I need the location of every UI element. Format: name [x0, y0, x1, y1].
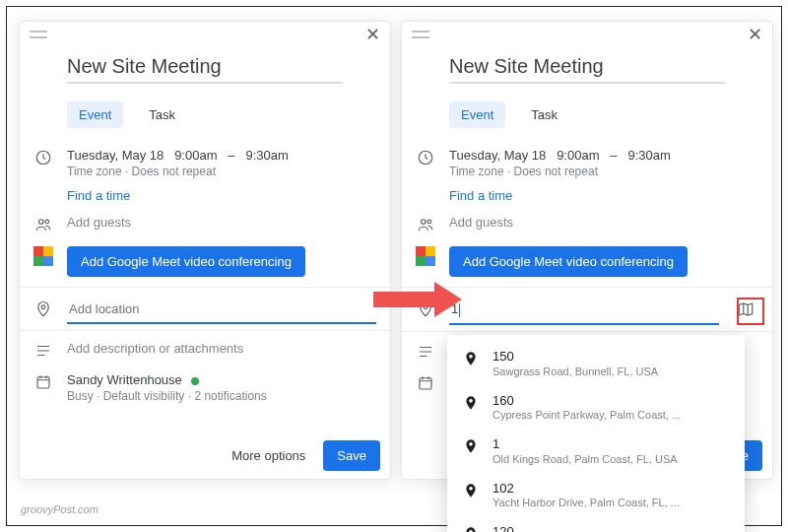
tab-task[interactable]: Task [137, 101, 187, 128]
event-start-time[interactable]: 9:00am [557, 148, 599, 163]
location-suggestion[interactable]: 120Garden Street North, Palm Coast, FL, … [447, 516, 745, 532]
add-description-field[interactable]: Add description or attachments [67, 341, 243, 356]
location-input[interactable] [67, 294, 376, 324]
location-autocomplete-dropdown: 150Sawgrass Road, Bunnell, FL, USA160Cyp… [447, 335, 745, 532]
svg-point-3 [41, 304, 45, 308]
map-icon-highlight [737, 298, 764, 325]
pin-icon [463, 395, 479, 411]
event-dialog-after: ✕ New Site Meeting Event Task Tuesday, M… [401, 21, 773, 480]
find-a-time-link[interactable]: Find a time [449, 188, 512, 203]
more-options-link[interactable]: More options [231, 448, 305, 463]
clock-icon [416, 148, 435, 167]
image-credit: groovyPost.com [21, 503, 98, 515]
event-end-time[interactable]: 9:30am [627, 148, 670, 163]
pin-icon [463, 483, 479, 499]
people-icon [33, 215, 53, 234]
close-icon[interactable]: ✕ [748, 24, 762, 45]
google-meet-icon [416, 246, 435, 266]
visibility-notifications[interactable]: Busy · Default visibility · 2 notificati… [67, 389, 376, 403]
annotation-arrow [373, 282, 472, 315]
tab-task[interactable]: Task [519, 101, 569, 128]
find-a-time-link[interactable]: Find a time [67, 188, 130, 203]
description-icon [416, 342, 435, 362]
tab-event[interactable]: Event [67, 101, 123, 128]
event-date[interactable]: Tuesday, May 18 [67, 148, 164, 163]
svg-point-7 [427, 220, 431, 224]
svg-point-6 [422, 220, 427, 225]
pin-icon [463, 526, 479, 532]
location-icon [33, 299, 53, 319]
tab-event[interactable]: Event [449, 101, 505, 128]
add-guests-field[interactable]: Add guests [67, 215, 131, 230]
location-suggestion[interactable]: 160Cypress Point Parkway, Palm Coast, ..… [447, 385, 745, 430]
calendar-icon [416, 373, 435, 393]
pin-icon [463, 351, 479, 366]
pin-icon [463, 438, 479, 454]
calendar-color-dot [191, 377, 199, 385]
event-title-input[interactable]: New Site Meeting [449, 55, 725, 84]
svg-rect-4 [37, 377, 49, 388]
description-icon [33, 341, 53, 361]
location-suggestion[interactable]: 1Old Kings Road, Palm Coast, FL, USA [447, 429, 745, 473]
drag-handle-icon[interactable] [30, 31, 47, 38]
close-icon[interactable]: ✕ [365, 24, 380, 45]
location-suggestion[interactable]: 102Yacht Harbor Drive, Palm Coast, FL, .… [447, 473, 745, 517]
event-title-input[interactable]: New Site Meeting [67, 55, 343, 84]
clock-icon [33, 148, 53, 167]
svg-rect-9 [420, 377, 431, 388]
timezone-repeat-label[interactable]: Time zone · Does not repeat [67, 165, 376, 178]
add-meet-button[interactable]: Add Google Meet video conferencing [67, 246, 305, 277]
calendar-icon [33, 372, 53, 392]
svg-point-2 [45, 220, 49, 224]
timezone-repeat-label[interactable]: Time zone · Does not repeat [449, 165, 758, 178]
event-end-time[interactable]: 9:30am [245, 148, 288, 163]
event-start-time[interactable]: 9:00am [174, 148, 217, 163]
location-suggestion[interactable]: 150Sawgrass Road, Bunnell, FL, USA [447, 341, 745, 385]
location-input[interactable]: 1 [449, 294, 719, 325]
event-dialog-before: ✕ New Site Meeting Event Task Tuesday, M… [19, 21, 391, 480]
google-meet-icon [33, 246, 53, 266]
save-button[interactable]: Save [323, 440, 380, 471]
people-icon [416, 215, 435, 234]
calendar-owner[interactable]: Sandy Writtenhouse [67, 372, 182, 387]
drag-handle-icon[interactable] [412, 31, 429, 38]
svg-point-1 [39, 220, 44, 225]
add-meet-button[interactable]: Add Google Meet video conferencing [449, 246, 688, 277]
event-date[interactable]: Tuesday, May 18 [449, 148, 546, 163]
add-guests-field[interactable]: Add guests [449, 215, 513, 230]
